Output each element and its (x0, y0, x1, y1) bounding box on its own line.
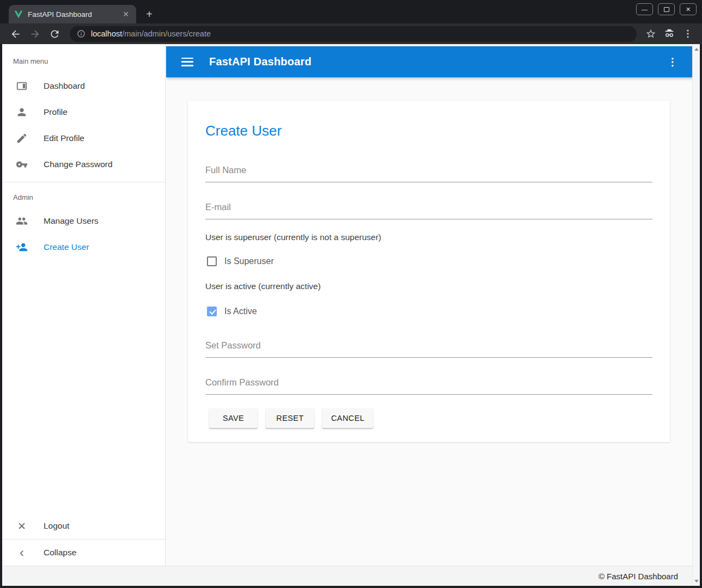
superuser-checkbox-label: Is Superuser (224, 256, 274, 266)
form-title: Create User (205, 121, 652, 140)
forward-arrow-icon (29, 28, 41, 40)
confirm-password-field-wrap (205, 376, 652, 395)
person-icon (15, 106, 28, 119)
confirm-password-input[interactable] (205, 376, 652, 395)
sidebar-item-label: Dashboard (44, 81, 85, 91)
url-path: /main/admin/users/create (122, 29, 211, 38)
sidebar-item-logout[interactable]: ✕ Logout (2, 513, 165, 539)
page-scrollbar[interactable] (692, 44, 700, 586)
form-buttons: SAVE RESET CANCEL (209, 408, 652, 428)
browser-toolbar: localhost/main/admin/users/create (0, 23, 702, 44)
chevron-left-icon: ‹ (15, 546, 28, 559)
reload-button[interactable] (47, 27, 62, 41)
full-name-input[interactable] (205, 164, 652, 182)
new-tab-button[interactable]: + (143, 8, 156, 21)
window-maximize-button[interactable] (658, 3, 675, 15)
key-icon (15, 158, 28, 171)
set-password-input[interactable] (205, 339, 652, 358)
window-controls: — ✕ (636, 3, 697, 15)
sidebar-item-change-password[interactable]: Change Password (2, 151, 165, 177)
active-checkbox[interactable] (207, 307, 217, 316)
cancel-button[interactable]: CANCEL (322, 408, 373, 428)
appbar-menu-icon[interactable]: ⋮ (666, 57, 679, 67)
sidebar-item-label: Profile (44, 107, 68, 117)
sidebar-item-collapse[interactable]: ‹ Collapse (2, 540, 165, 566)
sidebar-caption-main-menu: Main menu (2, 44, 165, 73)
browser-window: FastAPI Dashboard ✕ + — ✕ localhost/m (0, 0, 702, 588)
back-arrow-icon (10, 28, 21, 40)
pencil-icon (15, 132, 28, 145)
page-footer: © FastAPI Dashboard (2, 566, 692, 586)
window-close-button[interactable]: ✕ (680, 3, 697, 15)
superuser-checkbox[interactable] (207, 256, 217, 266)
scrollbar-up-icon[interactable] (693, 45, 700, 53)
browser-tab[interactable]: FastAPI Dashboard ✕ (9, 5, 136, 23)
create-user-card: Create User User is superuser (currently… (188, 101, 670, 442)
sidebar-item-edit-profile[interactable]: Edit Profile (2, 125, 165, 151)
scrollbar-down-icon[interactable] (693, 577, 700, 585)
sidebar-item-label: Change Password (44, 160, 113, 169)
browser-chrome: FastAPI Dashboard ✕ + — ✕ localhost/m (0, 0, 702, 44)
sidebar-item-create-user[interactable]: Create User (2, 234, 165, 260)
tab-close-icon[interactable]: ✕ (121, 9, 131, 19)
full-name-field-wrap (205, 164, 652, 182)
active-hint: User is active (currently active) (205, 280, 652, 292)
active-checkbox-label: Is Active (224, 307, 257, 316)
vue-logo-icon (14, 10, 23, 19)
dashboard-icon (15, 79, 28, 93)
email-input[interactable] (205, 201, 652, 219)
forward-button[interactable] (28, 27, 42, 41)
appbar-title: FastAPI Dashboard (209, 56, 312, 68)
hamburger-menu-icon[interactable] (181, 58, 193, 66)
reset-button[interactable]: RESET (266, 408, 314, 428)
logout-x-icon: ✕ (15, 519, 28, 532)
main-content: FastAPI Dashboard ⋮ Create User User is … (166, 44, 692, 566)
people-icon (15, 215, 28, 228)
toolbar-right (645, 28, 693, 39)
window-minimize-button[interactable]: — (636, 3, 653, 15)
sidebar-item-label: Collapse (44, 548, 76, 558)
url-bar[interactable]: localhost/main/admin/users/create (70, 26, 637, 42)
save-button[interactable]: SAVE (209, 408, 258, 428)
superuser-checkbox-row[interactable]: Is Superuser (205, 256, 652, 266)
sidebar-item-dashboard[interactable]: Dashboard (2, 73, 165, 99)
info-icon (77, 29, 86, 38)
sidebar: Main menu Dashboard Profile Edit Profile (2, 44, 166, 566)
url-host: localhost (91, 29, 122, 38)
superuser-hint: User is superuser (currently is not a su… (205, 231, 652, 243)
sidebar-item-label: Logout (44, 521, 69, 531)
active-checkbox-row[interactable]: Is Active (205, 307, 652, 316)
maximize-icon (664, 7, 669, 12)
reload-icon (49, 28, 60, 40)
sidebar-item-profile[interactable]: Profile (2, 99, 165, 125)
email-field-wrap (205, 201, 652, 219)
tab-strip: FastAPI Dashboard ✕ + — ✕ (0, 0, 702, 23)
incognito-icon (664, 28, 675, 39)
sidebar-item-label: Manage Users (44, 216, 99, 226)
person-add-icon (15, 241, 28, 254)
browser-menu-icon[interactable] (682, 28, 693, 39)
set-password-field-wrap (205, 339, 652, 358)
sidebar-bottom: ✕ Logout ‹ Collapse (2, 513, 165, 566)
app-bar: FastAPI Dashboard ⋮ (166, 46, 692, 77)
footer-copyright: © FastAPI Dashboard (599, 572, 678, 581)
back-button[interactable] (8, 27, 22, 41)
sidebar-caption-admin: Admin (2, 182, 165, 208)
tab-title: FastAPI Dashboard (28, 10, 121, 19)
sidebar-item-label: Create User (44, 242, 89, 252)
sidebar-item-manage-users[interactable]: Manage Users (2, 208, 165, 234)
page-viewport: Main menu Dashboard Profile Edit Profile (2, 44, 700, 586)
sidebar-item-label: Edit Profile (44, 133, 84, 143)
bookmark-star-icon[interactable] (645, 28, 656, 39)
